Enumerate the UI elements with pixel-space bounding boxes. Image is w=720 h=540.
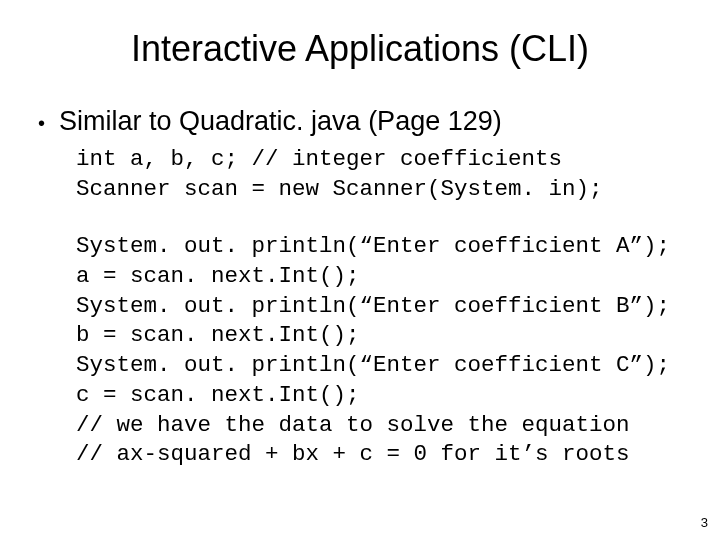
code-line: c = scan. next.Int(); xyxy=(76,382,360,408)
code-line: int a, b, c; // integer coefficients xyxy=(76,146,562,172)
slide: Interactive Applications (CLI) • Similar… xyxy=(0,0,720,490)
code-line: System. out. println(“Enter coefficient … xyxy=(76,352,670,378)
code-blank-line xyxy=(76,204,664,232)
code-line: b = scan. next.Int(); xyxy=(76,322,360,348)
bullet-item: • Similar to Quadratic. java (Page 129) xyxy=(38,106,664,137)
code-line: Scanner scan = new Scanner(System. in); xyxy=(76,176,603,202)
bullet-dot-icon: • xyxy=(38,113,45,133)
code-line: System. out. println(“Enter coefficient … xyxy=(76,233,670,259)
bullet-text: Similar to Quadratic. java (Page 129) xyxy=(59,106,502,137)
code-line: a = scan. next.Int(); xyxy=(76,263,360,289)
slide-title: Interactive Applications (CLI) xyxy=(56,28,664,70)
code-line: // we have the data to solve the equatio… xyxy=(76,412,630,438)
code-block: int a, b, c; // integer coefficients Sca… xyxy=(76,145,664,470)
code-line: System. out. println(“Enter coefficient … xyxy=(76,293,670,319)
page-number: 3 xyxy=(701,515,708,530)
code-line: // ax-squared + bx + c = 0 for it’s root… xyxy=(76,441,630,467)
